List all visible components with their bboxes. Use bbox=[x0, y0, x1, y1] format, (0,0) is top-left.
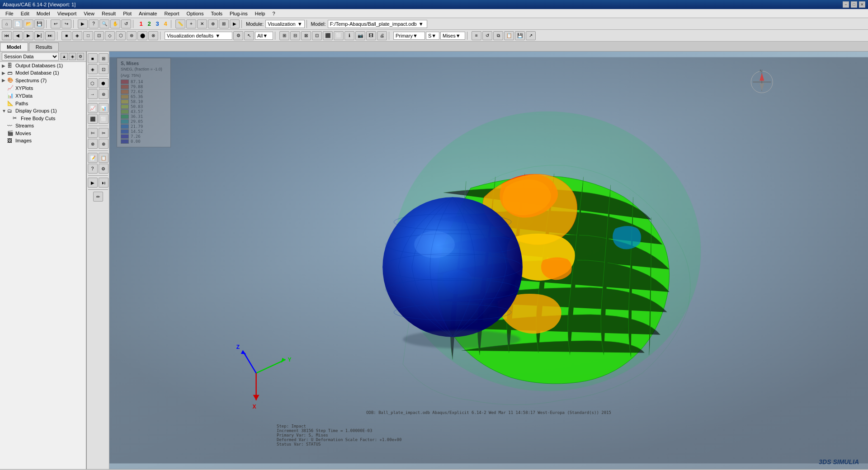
close-button[interactable]: ✕ bbox=[859, 1, 865, 8]
vtb-cut2[interactable]: ✂ bbox=[99, 128, 108, 138]
menu-tools[interactable]: Tools bbox=[207, 10, 226, 17]
toolbar-search[interactable]: ⊕ bbox=[208, 19, 218, 28]
toolbar-filter[interactable]: ⊞ bbox=[219, 19, 229, 28]
mises-combo[interactable]: Mises ▼ bbox=[440, 32, 465, 40]
tree-images[interactable]: 🖼 Images bbox=[0, 137, 86, 144]
menu-result[interactable]: Result bbox=[98, 10, 119, 17]
vtb-contour[interactable]: ■ bbox=[88, 53, 98, 63]
s-combo[interactable]: S ▼ bbox=[426, 32, 439, 40]
tree-movies[interactable]: 🎬 Movies bbox=[0, 129, 86, 137]
vtb-tensor[interactable]: ⊛ bbox=[99, 89, 108, 99]
toolbar-cross[interactable]: ✕ bbox=[197, 19, 207, 28]
toolbar-home[interactable]: ⌂ bbox=[2, 19, 12, 28]
primary-combo[interactable]: Primary ▼ bbox=[393, 32, 425, 40]
tree-xydata[interactable]: 📊 XYData bbox=[0, 92, 86, 99]
menu-options[interactable]: Options bbox=[183, 10, 207, 17]
session-settings-btn[interactable]: ⚙ bbox=[77, 53, 84, 60]
vtb-plot2[interactable]: 📊 bbox=[99, 103, 108, 113]
session-filter-btn[interactable]: ◈ bbox=[69, 53, 76, 60]
toolbar-num2[interactable]: 2 bbox=[146, 20, 153, 28]
tree-model-database[interactable]: ▶ 🗃 Model Database (1) bbox=[0, 69, 86, 76]
vtb-misc[interactable]: ⚙ bbox=[99, 164, 108, 174]
toolbar-deformed[interactable]: ◈ bbox=[72, 31, 82, 40]
vtb-pen[interactable]: ✏ bbox=[93, 192, 103, 202]
tree-spectrums[interactable]: ▶ 🎨 Spectrums (7) bbox=[0, 76, 86, 84]
vtb-query[interactable]: ? bbox=[88, 164, 98, 174]
vtb-report1[interactable]: 📝 bbox=[88, 153, 98, 163]
menu-view[interactable]: View bbox=[80, 10, 98, 17]
toolbar-save2[interactable]: 💾 bbox=[515, 31, 525, 40]
menu-plugins[interactable]: Plug-ins bbox=[226, 10, 251, 17]
playback-next-frame[interactable]: ▶| bbox=[34, 31, 44, 40]
toolbar-select[interactable]: ▶ bbox=[78, 19, 88, 28]
playback-prev[interactable]: ◀ bbox=[13, 31, 23, 40]
toolbar-cursor[interactable]: ↖ bbox=[244, 31, 254, 40]
toolbar-print[interactable]: 🖨 bbox=[377, 31, 387, 40]
vtb-solid[interactable]: ⬢ bbox=[99, 78, 108, 88]
toolbar-view6[interactable]: ⬜ bbox=[334, 31, 344, 40]
tree-xyplots[interactable]: 📈 XYPlots bbox=[0, 84, 86, 92]
vtb-report2[interactable]: 📋 bbox=[99, 153, 108, 163]
playback-first[interactable]: ⏮ bbox=[2, 31, 12, 40]
toolbar-stream[interactable]: ⬤ bbox=[137, 31, 147, 40]
menu-plot[interactable]: Plot bbox=[119, 10, 135, 17]
toolbar-play[interactable]: ▶ bbox=[230, 19, 240, 28]
toolbar-view1[interactable]: ⊞ bbox=[279, 31, 289, 40]
toolbar-filter2[interactable]: ≡ bbox=[472, 31, 481, 40]
playback-last[interactable]: ⏭ bbox=[45, 31, 55, 40]
vtb-deform[interactable]: ◈ bbox=[88, 64, 98, 74]
tree-output-databases[interactable]: ▶ 🗄 Output Databases (1) bbox=[0, 62, 86, 69]
menu-report[interactable]: Report bbox=[160, 10, 183, 17]
toolbar-view5[interactable]: ⬛ bbox=[323, 31, 333, 40]
vtb-view2[interactable]: ⬜ bbox=[99, 114, 108, 124]
menu-question[interactable]: ? bbox=[269, 10, 278, 17]
tree-streams[interactable]: 〰 Streams bbox=[0, 122, 86, 129]
toolbar-overlay[interactable]: ⊡ bbox=[94, 31, 104, 40]
toolbar-redo[interactable]: ↪ bbox=[61, 19, 71, 28]
toolbar-zoom[interactable]: 🔍 bbox=[99, 19, 109, 28]
toolbar-query[interactable]: ? bbox=[89, 19, 99, 28]
minimize-button[interactable]: − bbox=[843, 1, 849, 8]
toolbar-copy[interactable]: ⧉ bbox=[493, 31, 503, 40]
vtb-mesh[interactable]: ⬡ bbox=[88, 78, 98, 88]
vtb-view1[interactable]: ⬛ bbox=[88, 114, 98, 124]
toolbar-cam[interactable]: 📷 bbox=[355, 31, 365, 40]
toolbar-contour[interactable]: ■ bbox=[61, 31, 71, 40]
playback-play[interactable]: ▶ bbox=[24, 31, 33, 40]
tab-results[interactable]: Results bbox=[29, 42, 59, 51]
vtb-plot1[interactable]: 📈 bbox=[88, 103, 98, 113]
toolbar-undeformed[interactable]: □ bbox=[83, 31, 93, 40]
toolbar-num1[interactable]: 1 bbox=[137, 20, 145, 28]
toolbar-pan[interactable]: ✋ bbox=[110, 19, 120, 28]
toolbar-save[interactable]: 💾 bbox=[34, 19, 44, 28]
vtb-anim1[interactable]: ▶ bbox=[88, 178, 98, 188]
toolbar-new[interactable]: 📄 bbox=[13, 19, 23, 28]
menu-model[interactable]: Model bbox=[33, 10, 54, 17]
vtb-grid[interactable]: ⊞ bbox=[99, 53, 108, 63]
toolbar-rotate[interactable]: ↺ bbox=[121, 19, 131, 28]
toolbar-settings[interactable]: ⚙ bbox=[233, 31, 243, 40]
toolbar-num4[interactable]: 4 bbox=[162, 20, 169, 28]
toolbar-info[interactable]: ℹ bbox=[344, 31, 354, 40]
toolbar-anim[interactable]: 🎞 bbox=[366, 31, 376, 40]
vis-defaults-combo[interactable]: Visualization defaults ▼ bbox=[165, 32, 232, 40]
toolbar-vector[interactable]: ⬡ bbox=[116, 31, 126, 40]
toolbar-open[interactable]: 📂 bbox=[24, 19, 33, 28]
vtb-section1[interactable]: ⊗ bbox=[88, 139, 98, 149]
menu-file[interactable]: File bbox=[2, 10, 17, 17]
toolbar-plus[interactable]: + bbox=[186, 19, 196, 28]
vtb-section2[interactable]: ⊕ bbox=[99, 139, 108, 149]
toolbar-view4[interactable]: ⊡ bbox=[312, 31, 322, 40]
toolbar-cut[interactable]: ⊗ bbox=[148, 31, 158, 40]
menu-edit[interactable]: Edit bbox=[17, 10, 33, 17]
toolbar-tensor[interactable]: ⊛ bbox=[127, 31, 137, 40]
menu-animate[interactable]: Animate bbox=[135, 10, 160, 17]
toolbar-measure[interactable]: 📏 bbox=[175, 19, 185, 28]
maximize-button[interactable]: □ bbox=[851, 1, 857, 8]
toolbar-view2[interactable]: ⊟ bbox=[290, 31, 300, 40]
toolbar-paste[interactable]: 📋 bbox=[504, 31, 514, 40]
vtb-anim2[interactable]: ⏯ bbox=[99, 178, 108, 188]
toolbar-num3[interactable]: 3 bbox=[154, 20, 161, 28]
vtb-cut1[interactable]: ✄ bbox=[88, 128, 98, 138]
toolbar-export[interactable]: ↗ bbox=[526, 31, 536, 40]
